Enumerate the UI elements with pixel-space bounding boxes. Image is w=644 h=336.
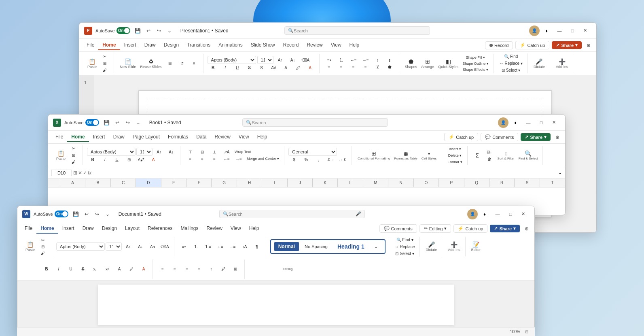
xl-wraptext-btn[interactable]: Wrap Text bbox=[233, 149, 252, 155]
ppt-tab-animations[interactable]: Animations bbox=[214, 40, 246, 50]
xl-tab-view[interactable]: View bbox=[235, 132, 253, 142]
word-redo-btn[interactable]: ↪ bbox=[93, 210, 102, 219]
xl-formula-fx-icon[interactable]: fx bbox=[88, 170, 91, 176]
ppt-paste-btn[interactable]: 📋Paste bbox=[86, 57, 98, 70]
word-underline-btn[interactable]: U bbox=[65, 266, 76, 272]
xl-tab-draw[interactable]: Draw bbox=[109, 132, 129, 142]
word-paste-btn[interactable]: 📋Paste bbox=[24, 240, 36, 253]
word-tab-view[interactable]: View bbox=[227, 224, 245, 234]
ppt-maximize-btn[interactable]: □ bbox=[566, 26, 578, 36]
ppt-more-actions-btn[interactable]: ⊕ bbox=[584, 41, 593, 50]
xl-copy-btn[interactable]: ⊞ bbox=[68, 152, 79, 158]
ppt-cut-btn[interactable]: ✂ bbox=[99, 53, 110, 60]
word-fontsize-up-btn[interactable]: A↑ bbox=[123, 244, 134, 250]
xl-search-box[interactable]: 🔍 bbox=[242, 118, 388, 127]
ppt-fontsize-selector[interactable]: 11 bbox=[257, 56, 273, 64]
word-addins-btn[interactable]: ➕Add-ins bbox=[446, 240, 462, 253]
word-replace-btn[interactable]: ↔ Replace bbox=[393, 244, 416, 250]
word-indent-dec-btn[interactable]: ←≡ bbox=[215, 244, 226, 250]
ppt-fontsize-up-btn[interactable]: A↑ bbox=[275, 57, 286, 63]
ppt-newslide-btn[interactable]: 📄New Slide bbox=[118, 57, 138, 70]
word-mic-icon[interactable]: 🎤 bbox=[356, 211, 361, 217]
xl-col-b[interactable]: B bbox=[85, 179, 110, 187]
ppt-addins-btn[interactable]: ➕Add-ins bbox=[554, 57, 570, 70]
xl-tab-review[interactable]: Review bbox=[210, 132, 234, 142]
xl-insert-btn[interactable]: Insert ▾ bbox=[446, 146, 464, 152]
ppt-indent-dec-btn[interactable]: ←≡ bbox=[348, 57, 359, 63]
xl-sortfilter-btn[interactable]: ↕Sort & Filter bbox=[496, 149, 516, 161]
word-sort-btn[interactable]: ↕A bbox=[239, 244, 250, 250]
xl-paste-btn[interactable]: 📋Paste bbox=[55, 149, 67, 162]
xl-comments-button[interactable]: 💬 Comments bbox=[481, 133, 518, 141]
xl-tab-data[interactable]: Data bbox=[192, 132, 210, 142]
xl-align-middle-btn[interactable]: ⊟ bbox=[197, 149, 208, 155]
xl-merge-btn[interactable]: Merge and Center ▾ bbox=[245, 156, 281, 162]
ppt-textalign-btn[interactable]: ⊻ bbox=[372, 64, 383, 70]
ppt-dictate-btn[interactable]: 🎤Dictate bbox=[532, 57, 547, 70]
xl-more-actions-btn[interactable]: ⊕ bbox=[553, 133, 562, 142]
ppt-underline-btn[interactable]: U bbox=[232, 65, 243, 71]
xl-minimize-btn[interactable]: — bbox=[522, 117, 534, 128]
word-catchup-button[interactable]: ⚡ Catch up bbox=[453, 224, 487, 233]
xl-fontsize-selector[interactable]: 11 bbox=[136, 148, 153, 156]
xl-fontsize-down-btn[interactable]: A↓ bbox=[165, 149, 177, 155]
ppt-bullets-btn[interactable]: ≡• bbox=[324, 57, 335, 63]
xl-tab-formulas[interactable]: Formulas bbox=[164, 132, 192, 142]
word-autosave-toggle[interactable]: On bbox=[55, 211, 68, 217]
word-dictate-btn[interactable]: 🎤Dictate bbox=[424, 240, 439, 253]
word-avatar[interactable]: 👤 bbox=[467, 209, 478, 219]
xl-cell-ref[interactable]: D10 bbox=[51, 170, 72, 176]
xl-catchup-button[interactable]: ⚡ Catch up bbox=[444, 133, 478, 141]
xl-align-bottom-btn[interactable]: ⊥ bbox=[209, 149, 220, 155]
word-align-right-btn[interactable]: ≡ bbox=[181, 266, 193, 272]
xl-maximize-btn[interactable]: □ bbox=[535, 117, 547, 128]
ppt-shapeeffects-btn[interactable]: Shape Effects ▾ bbox=[461, 67, 490, 72]
word-tab-layout[interactable]: Layout bbox=[121, 224, 144, 234]
xl-fontcolor-btn[interactable]: A bbox=[148, 157, 159, 163]
word-italic-btn[interactable]: I bbox=[53, 266, 64, 272]
xl-formula-cancel-icon[interactable]: ✕ bbox=[78, 170, 82, 176]
ppt-fontsize-down-btn[interactable]: A↓ bbox=[287, 57, 299, 63]
ppt-tab-help[interactable]: Help bbox=[345, 40, 364, 50]
word-styles-more-btn[interactable]: ⌄ bbox=[370, 244, 381, 250]
xl-tab-home[interactable]: Home bbox=[67, 132, 89, 142]
ppt-tab-insert[interactable]: Insert bbox=[120, 40, 140, 50]
word-border2-btn[interactable]: ⊞ bbox=[230, 266, 241, 272]
word-align-left-btn[interactable]: ≡ bbox=[157, 266, 168, 272]
word-linespace2-btn[interactable]: ↕ bbox=[205, 266, 217, 272]
ppt-numbering-btn[interactable]: 1. bbox=[336, 57, 347, 63]
word-undo-btn[interactable]: ↩ bbox=[82, 210, 91, 219]
xl-fontsize-up-btn[interactable]: A↑ bbox=[153, 149, 165, 155]
xl-col-h[interactable]: H bbox=[237, 179, 262, 187]
word-clearformat-btn[interactable]: ⌫A bbox=[159, 244, 171, 250]
word-select-btn[interactable]: ⊡ Select ▾ bbox=[393, 251, 416, 257]
word-tab-home[interactable]: Home bbox=[36, 224, 58, 234]
xl-decimal-dec-btn[interactable]: .←0 bbox=[337, 157, 348, 163]
word-more-actions-btn[interactable]: ⊕ bbox=[522, 224, 531, 233]
word-bold-btn[interactable]: B bbox=[41, 266, 52, 272]
xl-col-q[interactable]: Q bbox=[464, 179, 489, 187]
word-share-button[interactable]: ↗ Share ▾ bbox=[490, 225, 520, 232]
xl-cut-btn[interactable]: ✂ bbox=[68, 145, 79, 151]
xl-col-c[interactable]: C bbox=[111, 179, 136, 187]
xl-tab-help[interactable]: Help bbox=[253, 132, 271, 142]
ppt-catchup-button[interactable]: ⚡ Catch up bbox=[515, 41, 549, 49]
ppt-avatar[interactable]: 👤 bbox=[529, 26, 540, 36]
ppt-charspace-btn[interactable]: AV bbox=[268, 65, 280, 71]
ppt-tab-transitions[interactable]: Transitions bbox=[183, 40, 214, 50]
word-fontsize-selector[interactable]: 11 bbox=[106, 242, 122, 251]
xl-col-s[interactable]: S bbox=[515, 179, 540, 187]
ppt-tab-draw[interactable]: Draw bbox=[140, 40, 160, 50]
word-fontsize-down-btn[interactable]: A↓ bbox=[135, 244, 146, 250]
word-changecase-btn[interactable]: Aa bbox=[147, 244, 158, 250]
word-close-btn[interactable]: ✕ bbox=[517, 209, 530, 219]
word-minimize-btn[interactable]: — bbox=[491, 209, 504, 219]
word-editor-btn[interactable]: 📝Editor bbox=[470, 240, 483, 253]
xl-condformat-btn[interactable]: ⊞Conditional Formatting bbox=[356, 149, 392, 161]
ppt-reset-btn[interactable]: ↺ bbox=[176, 60, 188, 66]
xl-close-btn[interactable]: ✕ bbox=[548, 117, 560, 128]
ppt-formatpaint-btn[interactable]: 🖌 bbox=[99, 67, 110, 73]
ppt-clearformat-btn[interactable]: ⌫A bbox=[300, 57, 311, 63]
xl-col-d[interactable]: D bbox=[136, 179, 161, 187]
ppt-font-selector[interactable]: Aptos (Body) bbox=[208, 56, 256, 64]
